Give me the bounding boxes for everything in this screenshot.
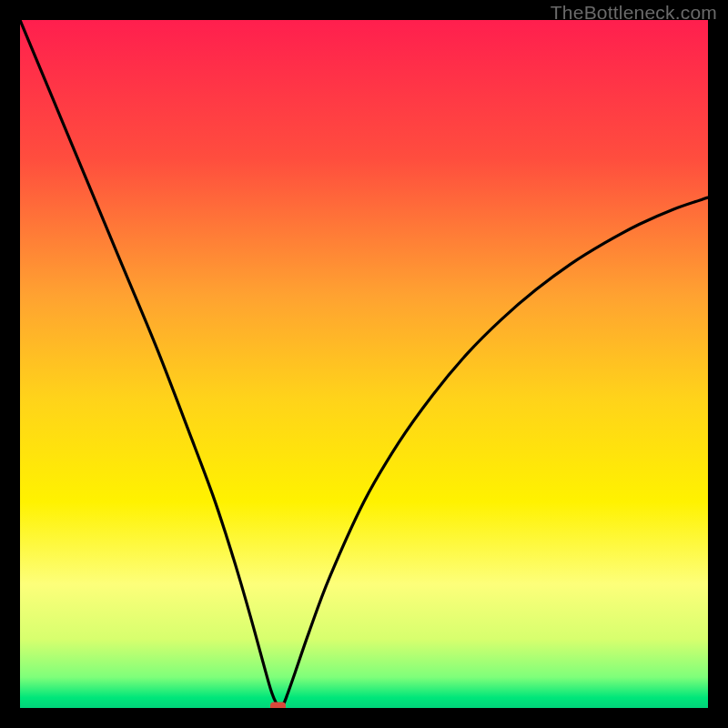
bottleneck-chart [20,20,708,708]
gradient-background [20,20,708,708]
optimal-point-marker [270,702,286,708]
chart-frame [20,20,708,708]
